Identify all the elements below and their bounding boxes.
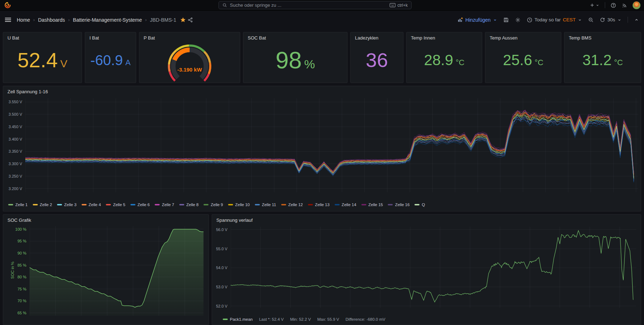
legend-marker [281,204,286,205]
panel-title[interactable]: U Bat [3,32,82,41]
time-range-picker[interactable]: Today so far CEST [527,17,582,23]
legend-item-zelle-12[interactable]: Zelle 12 [281,203,303,207]
y-tick-label: 52.0 V [212,304,227,309]
legend-label: Pack1.mean [230,317,253,321]
panel-title[interactable]: I Bat [85,32,136,41]
search-input[interactable]: Suche oder springe zu ... ctrl+k [218,1,412,9]
legend-marker [388,204,393,205]
y-tick-label: 75 % [3,287,26,292]
help-icon [610,2,616,8]
panel-zell-spannung: Zell Spannung 1-16 Zelle 1Zelle 2Zelle 3… [3,86,641,211]
breadcrumb-home[interactable]: Home [17,17,30,23]
panel-temp-bms: Temp BMS 31.2°C [564,32,641,83]
legend-item-zelle-4[interactable]: Zelle 4 [82,203,101,207]
dashboard-settings-button[interactable] [515,17,521,23]
panel-title[interactable]: Spannung verlauf [212,215,641,223]
panel-title[interactable]: Temp Aussen [485,32,561,41]
y-tick-label: 65 % [3,310,26,315]
menu-toggle-icon[interactable] [5,17,11,22]
legend-marker [179,204,184,205]
zoom-out-button[interactable] [588,17,594,23]
legend-item-zelle-7[interactable]: Zelle 7 [155,203,174,207]
legend-item-zelle-8[interactable]: Zelle 8 [179,203,199,207]
panel-title[interactable]: SOC Grafik [3,215,208,223]
chevron-down-icon [493,18,497,22]
soc-grafik-plot[interactable] [30,226,203,316]
add-panel-button[interactable]: Hinzufügen [457,17,497,23]
panel-title[interactable]: Ladezyklen [351,32,403,41]
collapse-toolbar-button[interactable] [634,17,639,22]
refresh-picker[interactable]: 30s [600,17,622,22]
y-tick-label: 3.200 V [3,186,22,191]
legend-item-zelle-9[interactable]: Zelle 9 [203,203,223,207]
panel-title[interactable]: Temp Innen [407,32,482,41]
legend-marker [308,204,313,205]
y-tick-label: 3.400 V [3,137,22,142]
legend-item-zelle-3[interactable]: Zelle 3 [57,203,77,207]
legend-item-zelle-11[interactable]: Zelle 11 [255,203,276,207]
user-avatar[interactable] [633,1,640,9]
legend-item-zelle-15[interactable]: Zelle 15 [361,203,383,207]
legend-item-zelle-13[interactable]: Zelle 13 [308,203,330,207]
legend-item-zelle-5[interactable]: Zelle 5 [106,203,125,207]
dashboard-toolbar: Home › Dashboards › Batterie-Management-… [0,11,644,29]
share-button[interactable] [187,17,193,23]
panel-title[interactable]: Zell Spannung 1-16 [3,86,641,94]
divider [628,17,628,23]
add-panel-icon [457,17,463,23]
chevron-right-icon: › [68,17,69,22]
panel-temp-aussen: Temp Aussen 25.6°C [485,32,561,83]
help-button[interactable] [610,2,616,8]
nav-right-actions [589,0,640,10]
gauge: -3.190 kW [139,41,240,83]
chevron-down-icon [617,18,622,22]
zoom-out-icon [588,17,594,23]
legend-marker [57,204,62,205]
y-tick-label: 53.0 V [212,284,227,289]
spannung-verlauf-plot[interactable] [231,227,636,308]
legend-item-zelle-6[interactable]: Zelle 6 [130,203,150,207]
save-dashboard-button[interactable] [503,17,509,23]
favorite-star-icon[interactable] [180,17,186,23]
panel-title[interactable]: P Bat [139,32,240,41]
legend-label: Zelle 7 [162,203,174,207]
share-icon [187,17,193,23]
stat-value: 28.9°C [407,41,482,83]
legend-item-zelle-2[interactable]: Zelle 2 [33,203,52,207]
grafana-logo-icon[interactable] [4,2,11,9]
legend-item-zelle-16[interactable]: Zelle 16 [388,203,409,207]
timezone-label: CEST [563,17,576,22]
add-panel-label: Hinzufügen [465,17,491,23]
legend-item-zelle-1[interactable]: Zelle 1 [8,203,28,207]
y-tick-label: 95 % [3,238,26,243]
legend-label: Zelle 5 [113,203,125,207]
legend-marker [106,204,111,205]
top-navigation: Suche oder springe zu ... ctrl+k [0,0,644,11]
y-tick-label: 80 % [3,274,26,279]
legend-item-zelle-14[interactable]: Zelle 14 [335,203,356,207]
panel-title[interactable]: Temp BMS [565,32,641,41]
panel-title[interactable]: SOC Bat [243,32,347,41]
news-button[interactable] [622,2,627,8]
zell-spannung-plot[interactable] [25,98,638,192]
legend-marker [361,204,366,205]
legend-label: Q [422,203,425,207]
stat-value: 52.4V [3,41,82,83]
spannung-verlauf-legend: Pack1.mean Last *: 52.4 V Min: 52.2 V Ma… [223,317,385,321]
breadcrumb-dashboards[interactable]: Dashboards [38,17,65,23]
gauge-value: -3.190 kW [139,67,240,73]
new-button[interactable] [589,2,599,8]
search-icon [222,3,227,7]
breadcrumb-folder[interactable]: Batterie-Management-Systeme [73,17,142,23]
legend-label: Zelle 14 [342,203,356,207]
legend-label: Zelle 1 [15,203,28,207]
panel-temp-innen: Temp Innen 28.9°C [406,32,482,83]
legend-item-zelle-10[interactable]: Zelle 10 [228,203,250,207]
legend-label: Zelle 16 [395,203,409,207]
legend-item-pack1-mean[interactable]: Pack1.mean [223,317,253,321]
legend-item-q[interactable]: Q [414,203,425,207]
y-tick-label: 100 % [3,227,26,232]
legend-marker [82,204,87,205]
legend-stat-max: Max: 55.9 V [317,317,339,321]
save-icon [503,17,509,23]
